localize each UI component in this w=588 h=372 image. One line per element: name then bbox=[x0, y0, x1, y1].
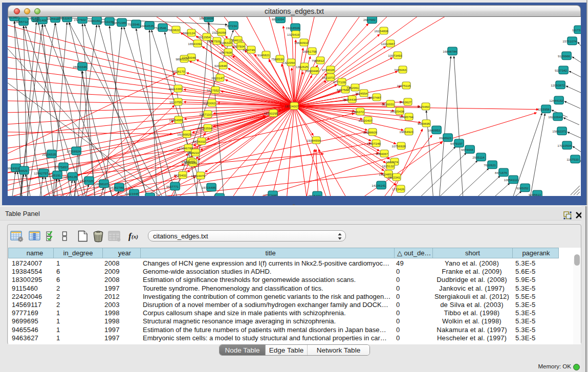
svg-text:8660124: 8660124 bbox=[183, 31, 195, 35]
svg-text:1325419: 1325419 bbox=[287, 33, 300, 36]
svg-text:17010504: 17010504 bbox=[557, 144, 572, 147]
svg-text:2867608: 2867608 bbox=[220, 51, 232, 54]
svg-text:1145191: 1145191 bbox=[49, 173, 61, 177]
svg-text:9734028: 9734028 bbox=[322, 68, 335, 72]
svg-text:19166825: 19166825 bbox=[177, 133, 191, 136]
svg-text:15716485: 15716485 bbox=[202, 186, 216, 189]
svg-text:23055712: 23055712 bbox=[14, 20, 28, 24]
svg-text:9427552: 9427552 bbox=[207, 89, 220, 92]
svg-text:4498222: 4498222 bbox=[187, 151, 200, 155]
svg-text:9465546: 9465546 bbox=[141, 195, 154, 196]
svg-text:2935114: 2935114 bbox=[472, 156, 485, 159]
svg-text:12942757: 12942757 bbox=[34, 171, 48, 175]
svg-text:7955812: 7955812 bbox=[312, 59, 324, 62]
svg-text:12923448: 12923448 bbox=[124, 192, 139, 195]
svg-text:10254815: 10254815 bbox=[210, 196, 224, 196]
svg-text:20691406: 20691406 bbox=[33, 18, 47, 22]
svg-text:10973493: 10973493 bbox=[388, 54, 402, 57]
svg-text:1322054: 1322054 bbox=[282, 61, 295, 64]
svg-text:9146821: 9146821 bbox=[257, 53, 270, 57]
svg-text:9227342: 9227342 bbox=[555, 69, 568, 72]
svg-text:9515400: 9515400 bbox=[309, 194, 321, 196]
svg-text:19218506: 19218506 bbox=[286, 26, 300, 30]
svg-text:12505135: 12505135 bbox=[63, 175, 77, 179]
svg-text:8813054: 8813054 bbox=[272, 17, 285, 21]
svg-text:9115460: 9115460 bbox=[417, 105, 429, 108]
svg-text:1610755: 1610755 bbox=[169, 100, 182, 104]
svg-text:15751074: 15751074 bbox=[562, 39, 577, 43]
svg-text:9084067: 9084067 bbox=[376, 152, 388, 156]
svg-text:7462061: 7462061 bbox=[346, 86, 359, 90]
svg-text:12213967: 12213967 bbox=[381, 42, 395, 46]
svg-text:10046788: 10046788 bbox=[179, 146, 193, 150]
svg-text:18300295: 18300295 bbox=[264, 112, 278, 115]
svg-text:20364436: 20364436 bbox=[342, 98, 357, 101]
svg-text:1012074: 1012074 bbox=[386, 160, 399, 164]
svg-text:10464535: 10464535 bbox=[140, 24, 154, 28]
svg-text:12975115: 12975115 bbox=[397, 84, 411, 87]
svg-text:2803147: 2803147 bbox=[211, 76, 224, 80]
svg-text:9099695: 9099695 bbox=[418, 122, 430, 125]
svg-text:19384554: 19384554 bbox=[307, 139, 321, 142]
svg-text:1167533: 1167533 bbox=[567, 158, 579, 161]
svg-text:18495794: 18495794 bbox=[399, 115, 413, 119]
svg-text:9245052: 9245052 bbox=[516, 186, 529, 190]
svg-text:10807487: 10807487 bbox=[367, 96, 381, 99]
svg-text:9129966: 9129966 bbox=[558, 54, 571, 58]
svg-text:15914479: 15914479 bbox=[191, 174, 205, 178]
svg-text:23226058: 23226058 bbox=[212, 31, 226, 34]
svg-text:14136141: 14136141 bbox=[372, 184, 386, 187]
svg-text:7663822: 7663822 bbox=[167, 28, 180, 32]
svg-text:2718170: 2718170 bbox=[172, 70, 185, 73]
svg-text:10654112: 10654112 bbox=[504, 178, 518, 182]
svg-text:7513546: 7513546 bbox=[154, 26, 167, 30]
svg-text:6966160: 6966160 bbox=[88, 19, 101, 23]
svg-text:6216031: 6216031 bbox=[382, 102, 395, 106]
svg-text:7485063: 7485063 bbox=[394, 68, 407, 72]
svg-text:2354612: 2354612 bbox=[229, 38, 242, 42]
svg-text:16543392: 16543392 bbox=[188, 42, 202, 46]
svg-text:10688609: 10688609 bbox=[363, 130, 377, 134]
svg-text:10958107: 10958107 bbox=[94, 182, 108, 186]
svg-text:7515546: 7515546 bbox=[127, 23, 140, 26]
svg-text:9327509: 9327509 bbox=[208, 39, 221, 43]
svg-text:11173: 11173 bbox=[572, 28, 581, 32]
svg-text:1640953: 1640953 bbox=[428, 128, 441, 132]
svg-text:1527602: 1527602 bbox=[74, 18, 86, 21]
svg-text:9474444: 9474444 bbox=[461, 148, 474, 151]
svg-text:16961758: 16961758 bbox=[302, 50, 317, 53]
svg-text:28053346: 28053346 bbox=[73, 65, 87, 69]
svg-text:10975857: 10975857 bbox=[54, 165, 68, 169]
svg-text:18724007: 18724007 bbox=[285, 104, 299, 108]
svg-text:12213383: 12213383 bbox=[168, 87, 183, 91]
svg-text:2687682: 2687682 bbox=[363, 18, 376, 21]
svg-text:8912954: 8912954 bbox=[198, 35, 211, 39]
svg-text:9890112: 9890112 bbox=[176, 57, 188, 61]
svg-text:9463627: 9463627 bbox=[399, 100, 412, 104]
svg-text:1733426: 1733426 bbox=[392, 187, 405, 191]
svg-text:12353594: 12353594 bbox=[198, 126, 212, 130]
svg-text:1901385: 1901385 bbox=[8, 17, 18, 19]
svg-text:9777109: 9777109 bbox=[333, 80, 346, 84]
svg-text:12093872: 12093872 bbox=[551, 83, 565, 87]
svg-text:9327504: 9327504 bbox=[232, 45, 245, 48]
svg-text:15692371: 15692371 bbox=[552, 129, 567, 133]
svg-text:6479197: 6479197 bbox=[450, 142, 463, 145]
svg-text:9242848: 9242848 bbox=[214, 64, 227, 68]
svg-text:16848784: 16848784 bbox=[443, 50, 457, 53]
svg-text:1362625: 1362625 bbox=[296, 65, 309, 69]
svg-text:18807249: 18807249 bbox=[366, 142, 381, 145]
svg-text:9245613: 9245613 bbox=[529, 193, 541, 196]
svg-text:19654923: 19654923 bbox=[399, 130, 413, 134]
svg-text:9657771: 9657771 bbox=[166, 185, 179, 188]
svg-text:16210643: 16210643 bbox=[548, 115, 562, 119]
svg-text:7625402: 7625402 bbox=[174, 173, 187, 177]
svg-text:2522341: 2522341 bbox=[388, 176, 401, 179]
svg-text:13720407: 13720407 bbox=[358, 119, 373, 122]
svg-text:8938923: 8938923 bbox=[439, 136, 452, 140]
svg-text:20206535: 20206535 bbox=[42, 152, 56, 156]
svg-text:12444152: 12444152 bbox=[549, 99, 563, 102]
svg-text:1421072: 1421072 bbox=[322, 76, 335, 79]
svg-text:9170063: 9170063 bbox=[203, 101, 216, 105]
svg-text:(x): (x) bbox=[132, 233, 138, 240]
